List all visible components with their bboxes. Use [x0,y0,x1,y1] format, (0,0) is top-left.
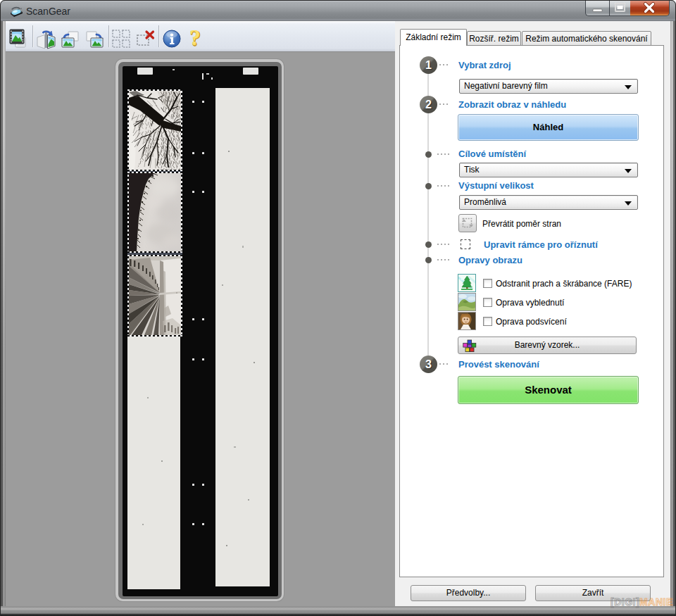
svg-text:?: ? [189,27,201,50]
